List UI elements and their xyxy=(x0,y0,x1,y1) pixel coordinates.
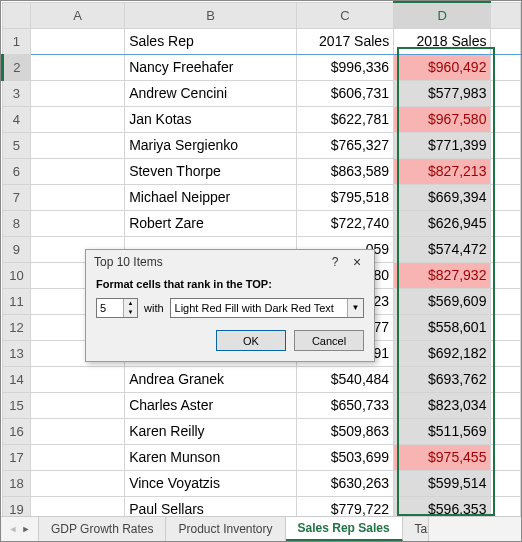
chevron-down-icon[interactable]: ▼ xyxy=(347,299,363,317)
cell-rep[interactable]: Karen Reilly xyxy=(125,418,297,444)
cell[interactable] xyxy=(491,54,521,80)
cell[interactable] xyxy=(491,470,521,496)
cell-rep[interactable]: Charles Aster xyxy=(125,392,297,418)
cell[interactable] xyxy=(30,132,124,158)
cell-rep[interactable]: Robert Zare xyxy=(125,210,297,236)
row-header[interactable]: 17 xyxy=(3,444,31,470)
row-header[interactable]: 14 xyxy=(3,366,31,392)
cell-2018[interactable]: $960,492 xyxy=(394,54,491,80)
cell-2017[interactable]: $606,731 xyxy=(296,80,393,106)
cell-2018[interactable]: $692,182 xyxy=(394,340,491,366)
col-header-d[interactable]: D xyxy=(394,2,491,28)
cell-2017[interactable]: $650,733 xyxy=(296,392,393,418)
cell-2018[interactable]: $827,932 xyxy=(394,262,491,288)
row-header[interactable]: 3 xyxy=(3,80,31,106)
cancel-button[interactable]: Cancel xyxy=(294,330,364,351)
cell-rep[interactable]: Mariya Sergienko xyxy=(125,132,297,158)
cell-2017[interactable]: $795,518 xyxy=(296,184,393,210)
cell-2018[interactable]: $823,034 xyxy=(394,392,491,418)
row-header[interactable]: 16 xyxy=(3,418,31,444)
close-icon[interactable]: × xyxy=(346,254,368,270)
cell-2017[interactable]: $765,327 xyxy=(296,132,393,158)
help-icon[interactable]: ? xyxy=(324,255,346,269)
cell-2018[interactable]: $975,455 xyxy=(394,444,491,470)
cell-2018[interactable]: $511,569 xyxy=(394,418,491,444)
cell[interactable] xyxy=(491,444,521,470)
cell-2017[interactable]: $503,699 xyxy=(296,444,393,470)
cell-rep[interactable]: Andrea Granek xyxy=(125,366,297,392)
cell[interactable] xyxy=(30,80,124,106)
row-header[interactable]: 11 xyxy=(3,288,31,314)
row-header[interactable]: 15 xyxy=(3,392,31,418)
cell[interactable] xyxy=(30,366,124,392)
cell-2018[interactable]: $827,213 xyxy=(394,158,491,184)
cell-2018[interactable]: $967,580 xyxy=(394,106,491,132)
cell-2018[interactable]: $669,394 xyxy=(394,184,491,210)
row-header[interactable]: 6 xyxy=(3,158,31,184)
row-header[interactable]: 8 xyxy=(3,210,31,236)
cell-2018[interactable]: $569,609 xyxy=(394,288,491,314)
tab-tax[interactable]: Tax xyxy=(403,517,429,541)
header-2017[interactable]: 2017 Sales xyxy=(296,28,393,54)
cell[interactable] xyxy=(30,54,124,80)
cell[interactable] xyxy=(30,418,124,444)
cell-2018[interactable]: $574,472 xyxy=(394,236,491,262)
spinner-up-icon[interactable]: ▲ xyxy=(124,299,137,308)
cell[interactable] xyxy=(30,184,124,210)
cell[interactable] xyxy=(30,28,124,54)
cell-rep[interactable]: Michael Neipper xyxy=(125,184,297,210)
ok-button[interactable]: OK xyxy=(216,330,286,351)
row-header[interactable]: 13 xyxy=(3,340,31,366)
cell-2017[interactable]: $622,781 xyxy=(296,106,393,132)
row-header[interactable]: 5 xyxy=(3,132,31,158)
tab-nav[interactable]: ◄ ► xyxy=(1,517,39,541)
cell[interactable] xyxy=(491,288,521,314)
cell-rep[interactable]: Nancy Freehafer xyxy=(125,54,297,80)
tab-sales-rep[interactable]: Sales Rep Sales xyxy=(286,517,403,541)
cell-2018[interactable]: $558,601 xyxy=(394,314,491,340)
row-header[interactable]: 12 xyxy=(3,314,31,340)
cell[interactable] xyxy=(491,418,521,444)
row-header-1[interactable]: 1 xyxy=(3,28,31,54)
cell[interactable] xyxy=(30,210,124,236)
triangle-right-icon[interactable]: ► xyxy=(22,524,31,534)
row-header[interactable]: 2 xyxy=(3,54,31,80)
cell-2018[interactable]: $771,399 xyxy=(394,132,491,158)
tab-inventory[interactable]: Product Inventory xyxy=(166,517,285,541)
header-2018[interactable]: 2018 Sales xyxy=(394,28,491,54)
row-header[interactable]: 7 xyxy=(3,184,31,210)
cell[interactable] xyxy=(491,80,521,106)
cell[interactable] xyxy=(491,262,521,288)
cell[interactable] xyxy=(30,392,124,418)
cell[interactable] xyxy=(30,444,124,470)
cell-rep[interactable]: Vince Voyatzis xyxy=(125,470,297,496)
cell[interactable] xyxy=(491,158,521,184)
cell-2018[interactable]: $599,514 xyxy=(394,470,491,496)
cell[interactable] xyxy=(30,470,124,496)
cell-2017[interactable]: $863,589 xyxy=(296,158,393,184)
cell[interactable] xyxy=(30,158,124,184)
select-all-corner[interactable] xyxy=(3,2,31,28)
rank-count-input[interactable] xyxy=(97,299,123,317)
cell[interactable] xyxy=(491,184,521,210)
cell-2018[interactable]: $577,983 xyxy=(394,80,491,106)
cell[interactable] xyxy=(491,106,521,132)
cell-2018[interactable]: $693,762 xyxy=(394,366,491,392)
spinner-down-icon[interactable]: ▼ xyxy=(124,308,137,317)
row-header[interactable]: 9 xyxy=(3,236,31,262)
cell[interactable] xyxy=(491,366,521,392)
tab-gdp[interactable]: GDP Growth Rates xyxy=(39,517,166,541)
cell-2017[interactable]: $509,863 xyxy=(296,418,393,444)
cell-rep[interactable]: Karen Munson xyxy=(125,444,297,470)
col-header-c[interactable]: C xyxy=(296,2,393,28)
rank-count-spinner[interactable]: ▲ ▼ xyxy=(96,298,138,318)
cell-2018[interactable]: $626,945 xyxy=(394,210,491,236)
row-header[interactable]: 18 xyxy=(3,470,31,496)
triangle-left-icon[interactable]: ◄ xyxy=(9,524,18,534)
cell[interactable] xyxy=(491,210,521,236)
row-header[interactable]: 10 xyxy=(3,262,31,288)
header-sales-rep[interactable]: Sales Rep xyxy=(125,28,297,54)
cell-2017[interactable]: $996,336 xyxy=(296,54,393,80)
col-header-b[interactable]: B xyxy=(125,2,297,28)
cell-rep[interactable]: Jan Kotas xyxy=(125,106,297,132)
